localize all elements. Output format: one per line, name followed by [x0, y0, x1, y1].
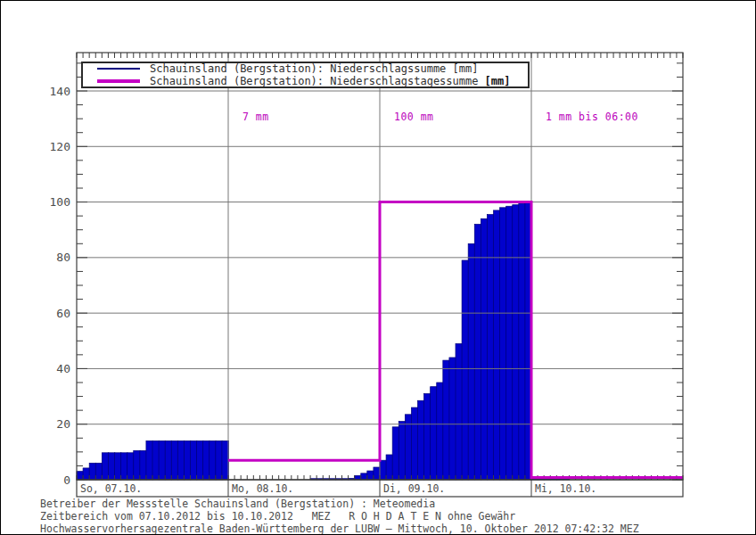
y-axis-label: 20 — [56, 417, 70, 431]
bar — [474, 224, 481, 480]
y-axis-label: 140 — [50, 85, 70, 98]
bar — [83, 468, 89, 480]
bar — [437, 383, 443, 480]
bar — [89, 463, 95, 480]
bar — [203, 440, 210, 480]
bar — [216, 440, 222, 480]
y-axis-label: 60 — [56, 307, 70, 320]
y-axis-label: 80 — [56, 251, 70, 264]
x-axis-day-label: Mi, 10.10. — [535, 482, 596, 495]
bar — [361, 473, 367, 480]
bar — [127, 453, 134, 480]
legend-row-sum: Schauinsland (Bergstation): Niederschlag… — [83, 63, 528, 75]
bar — [102, 453, 108, 480]
footer-timerange-line: Zeitbereich vom 07.10.2012 bis 10.10.201… — [40, 510, 515, 523]
x-axis-day-label: Di, 09.10. — [383, 482, 445, 495]
bar — [146, 440, 152, 480]
bar — [184, 440, 190, 480]
bar — [121, 453, 127, 480]
x-axis-day-label: Mo, 08.10. — [232, 482, 293, 495]
bar — [468, 243, 474, 480]
bar — [411, 407, 417, 480]
x-axis-day-label: So, 07.10. — [80, 482, 142, 495]
bar — [171, 440, 177, 480]
bar — [456, 343, 462, 480]
bar — [392, 427, 399, 480]
y-axis-label: 120 — [50, 140, 70, 153]
daily-sum-annotation: 7 mm — [242, 111, 269, 123]
bar — [380, 460, 386, 480]
legend-label-daily-sum: Schauinsland (Bergstation): Niederschlag… — [150, 75, 478, 87]
bar — [374, 467, 380, 480]
bar — [152, 440, 159, 480]
y-axis-label: 40 — [56, 362, 70, 375]
bar — [77, 472, 83, 480]
bar — [177, 440, 184, 480]
legend-unit-daily-sum: [mm] — [484, 75, 510, 87]
bar — [355, 475, 361, 480]
bar — [418, 400, 424, 480]
bar — [386, 455, 392, 480]
bar — [487, 215, 493, 480]
bar — [431, 387, 437, 480]
bar — [443, 360, 449, 480]
bar — [506, 206, 513, 480]
bar — [462, 260, 468, 480]
bar — [210, 440, 216, 480]
bar — [95, 463, 102, 480]
legend-box: Schauinsland (Bergstation): Niederschlag… — [81, 62, 530, 88]
bar — [367, 471, 374, 480]
legend-line-sample-daily-sum — [97, 79, 140, 83]
bar — [494, 210, 500, 480]
y-axis-label: 0 — [63, 473, 70, 487]
bar — [159, 440, 165, 480]
bar — [399, 422, 405, 480]
bar — [197, 440, 203, 480]
daily-sum-annotation: 1 mm bis 06:00 — [546, 111, 638, 123]
bar — [222, 440, 228, 480]
y-axis-label: 100 — [50, 195, 70, 209]
bar — [108, 453, 114, 480]
precipitation-plot-page: 020406080100120140So, 07.10.Mo, 08.10.Di… — [0, 0, 756, 535]
bar — [519, 203, 525, 480]
bar — [134, 450, 140, 480]
legend-row-daily-sum: Schauinsland (Bergstation): Niederschlag… — [83, 76, 528, 87]
legend-label-sum: Schauinsland (Bergstation): Niederschlag… — [150, 62, 478, 75]
legend-line-sample-sum — [97, 68, 140, 70]
bar — [449, 358, 456, 480]
bar — [513, 205, 519, 480]
bar — [424, 393, 431, 480]
bar — [500, 208, 506, 480]
bar — [191, 440, 197, 480]
footer-operator-line: Betreiber der Messstelle Schauinsland (B… — [40, 498, 435, 510]
daily-sum-annotation: 100 mm — [394, 111, 434, 123]
bar — [115, 453, 121, 480]
bar — [165, 440, 171, 480]
bar — [140, 450, 146, 480]
footer-source-line: Hochwasservorhersagezentrale Baden-Württ… — [40, 523, 639, 535]
